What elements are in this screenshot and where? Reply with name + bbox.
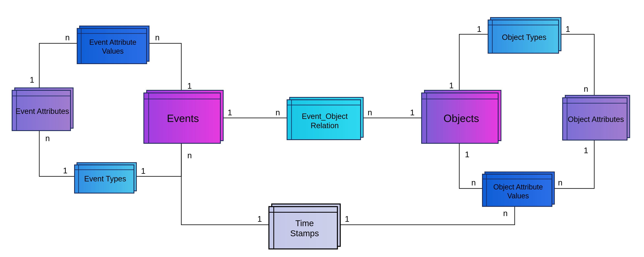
entity-eor-label-2: Relation <box>310 121 338 130</box>
entity-object-attributes: Object Attributes <box>562 95 630 140</box>
entity-eav-label-2: Values <box>102 47 124 55</box>
card-ev-eor-ev: 1 <box>228 108 232 117</box>
card-obj-ot-ot: 1 <box>477 25 482 34</box>
entity-object-attribute-values: Object Attribute Values <box>482 172 554 206</box>
entity-object-types-label: Object Types <box>502 33 546 42</box>
entity-objects: Objects <box>422 90 501 143</box>
edge-objects-ot <box>459 34 488 93</box>
entity-eav-label-1: Event Attribute <box>89 38 136 46</box>
card-ts-oav-ts: 1 <box>345 214 349 223</box>
entity-event-attribute-values: Event Attribute Values <box>77 26 149 64</box>
entity-events-label: Events <box>167 112 199 124</box>
entity-events: Events <box>144 90 223 143</box>
edge-events-ts <box>181 143 269 225</box>
entity-event-types-label: Event Types <box>84 175 126 183</box>
card-ea-et-ea: n <box>45 134 50 143</box>
card-obj-oav-obj: 1 <box>465 150 469 159</box>
card-oav-oa-oav: n <box>558 178 562 187</box>
entity-eor-label-1: Event_Object <box>302 112 348 121</box>
card-ev-eor-eor: n <box>276 108 280 117</box>
card-obj-oav-oav: n <box>471 178 476 187</box>
card-ev-ts-ts: 1 <box>258 214 262 223</box>
card-oav-oa-oa: 1 <box>584 146 588 155</box>
card-ot-oa-oa: n <box>584 85 588 93</box>
er-diagram: 1 n n 1 n 1 1 n 1 n n 1 n 1 1 n 1 1 1 n … <box>0 0 644 257</box>
edge-ea-eav <box>39 43 77 88</box>
card-ea-eav-eav: n <box>65 33 70 42</box>
card-eor-obj-eor: n <box>368 108 372 117</box>
entity-event-types: Event Types <box>74 163 136 193</box>
entity-object-types: Object Types <box>488 18 561 53</box>
card-eor-obj-obj: 1 <box>410 108 414 117</box>
entity-objects-label: Objects <box>444 112 479 124</box>
card-ot-oa-ot: 1 <box>566 25 570 34</box>
edge-objects-oav <box>459 143 482 188</box>
edge-ea-et <box>39 128 74 176</box>
card-obj-ot-obj: 1 <box>449 81 454 90</box>
entity-ts-label-1: Time <box>295 218 314 228</box>
entity-oav-label-1: Object Attribute <box>493 183 543 191</box>
entity-event-object-relation: Event_Object Relation <box>287 97 363 140</box>
entity-oav-label-2: Values <box>507 192 529 200</box>
entity-event-attributes-label: Event Attributes <box>16 107 69 116</box>
edge-eav-events <box>147 43 181 93</box>
entity-event-attributes: Event Attributes <box>12 88 73 131</box>
entity-object-attributes-label: Object Attributes <box>568 115 624 124</box>
entity-time-stamps: Time Stamps <box>269 204 340 249</box>
card-ea-eav-ea: 1 <box>30 75 34 84</box>
card-eav-ev-eav: n <box>155 33 160 42</box>
card-eav-ev-ev: 1 <box>187 81 192 90</box>
card-ea-et-et: 1 <box>63 166 68 175</box>
card-ts-oav-oav: n <box>503 209 508 218</box>
entity-ts-label-2: Stamps <box>290 228 319 238</box>
card-et-ev-et: 1 <box>141 166 146 175</box>
edge-ot-oa <box>558 34 594 96</box>
